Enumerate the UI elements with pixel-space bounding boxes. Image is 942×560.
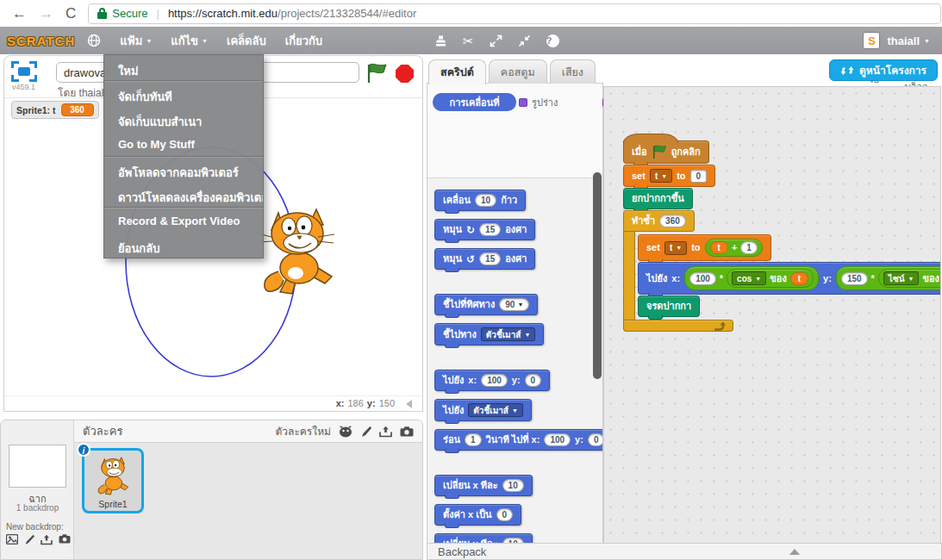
tab-inactive[interactable]: เสียง: [550, 59, 596, 84]
value-slot[interactable]: 0: [690, 170, 708, 183]
upload-backdrop-icon[interactable]: [41, 534, 53, 545]
file-menu-item[interactable]: Record & Export Video: [104, 208, 263, 233]
number-dropdown-slot[interactable]: 90▼: [499, 298, 529, 311]
file-menu-item[interactable]: ย้อนกลับ: [104, 233, 263, 258]
number-slot[interactable]: 100: [689, 272, 716, 285]
stack-block[interactable]: เปลี่ยน x ทีละ10: [434, 475, 533, 496]
hat-block[interactable]: เมื่อถูกคลิก: [623, 140, 709, 164]
mystuff-icon[interactable]: S: [863, 32, 880, 49]
menu-edit[interactable]: แก้ไข▼: [171, 32, 208, 50]
file-menu-item[interactable]: จัดเก็บแบบสำเนา: [104, 106, 263, 131]
reload-icon[interactable]: C: [66, 6, 76, 21]
stop-button[interactable]: [396, 65, 414, 83]
stack-block[interactable]: จรดปากกา: [638, 296, 700, 317]
variable-reporter[interactable]: t: [790, 272, 808, 285]
tab-inactive[interactable]: คอสตูม: [489, 59, 547, 84]
scratch-logo[interactable]: SCRATCH: [7, 34, 75, 48]
menu-about[interactable]: เกี่ยวกับ: [285, 32, 322, 50]
stack-block[interactable]: หมุน↺15องศา: [434, 248, 535, 270]
stage-thumbnail[interactable]: [9, 445, 66, 488]
camera-sprite-icon[interactable]: [400, 426, 414, 437]
category-item[interactable]: การเคลื่อนที่: [433, 93, 516, 111]
stack-block[interactable]: ไปยังx:100y:0: [434, 370, 550, 391]
number-slot[interactable]: 0: [525, 374, 542, 387]
sprite-item-sprite1[interactable]: i Sprite1: [82, 448, 144, 513]
sprite-info-icon[interactable]: i: [77, 443, 90, 457]
variable-dropdown[interactable]: t▼: [650, 169, 672, 183]
cat-sprite[interactable]: [253, 204, 342, 297]
url-bar[interactable]: Secure | https://scratch.mit.edu /projec…: [88, 3, 941, 24]
operator-reporter[interactable]: 100*cos▼ของt: [684, 266, 819, 290]
stack-block[interactable]: ตั้งค่า x เป็น0: [434, 504, 521, 526]
forward-icon[interactable]: →: [39, 6, 53, 21]
script-area[interactable]: เมื่อถูกคลิกsett▼to0ยกปากกาขึ้นทำซ้ำ360s…: [603, 86, 941, 544]
operator-reporter[interactable]: ไซน์▼ของt: [878, 269, 941, 288]
account-menu[interactable]: thaiall▼: [887, 34, 930, 47]
stack-block[interactable]: ร่อน1วินาที ไปที่ x:100y:0: [434, 429, 602, 451]
c-block-footer: [623, 320, 733, 332]
variable-watcher[interactable]: Sprite1: t 360: [11, 101, 99, 119]
stack-block[interactable]: sett▼tot+1: [638, 234, 771, 261]
green-flag-button[interactable]: [365, 63, 388, 87]
see-project-page-button[interactable]: ดูหน้าโครงการ: [829, 59, 938, 81]
shrink-sprite-icon[interactable]: [518, 34, 531, 47]
grow-sprite-icon[interactable]: [490, 34, 502, 47]
file-menu-item[interactable]: จัดเก็บทันที: [104, 81, 263, 106]
number-slot[interactable]: 360: [659, 215, 686, 227]
block-repeat-header[interactable]: ทำซ้ำ360: [623, 210, 695, 232]
tab-scripts-active[interactable]: สคริปต์: [428, 59, 486, 84]
language-globe-icon[interactable]: [87, 34, 101, 47]
variable-reporter[interactable]: t: [710, 241, 728, 254]
stack-block[interactable]: sett▼to0: [623, 165, 715, 187]
dropdown-slot[interactable]: ตัวชี้เมาส์▼: [468, 403, 523, 417]
number-slot[interactable]: 1: [465, 433, 482, 446]
paint-backdrop-icon[interactable]: [24, 534, 34, 545]
number-slot[interactable]: 150: [841, 272, 868, 285]
dropdown-slot[interactable]: cos▼: [732, 271, 766, 285]
number-slot[interactable]: 1: [740, 241, 758, 254]
block-help-icon[interactable]: ?: [546, 34, 559, 47]
stack-block[interactable]: ไปยังตัวชี้เมาส์▼: [434, 399, 532, 421]
dropdown-slot[interactable]: ไซน์▼: [883, 271, 920, 285]
menu-tips[interactable]: เคล็ดลับ: [227, 32, 266, 50]
number-slot[interactable]: 100: [481, 374, 508, 387]
stack-block[interactable]: ไปยังx:100*cos▼ของty:150*ไซน์▼ของt: [638, 262, 941, 295]
file-menu-item[interactable]: ดาวน์โหลดลงเครื่องคอมพิวเตอร์: [104, 182, 263, 207]
number-slot[interactable]: 0: [496, 508, 514, 521]
file-menu-item[interactable]: Go to My Stuff: [104, 131, 263, 156]
number-slot[interactable]: 10: [502, 479, 524, 492]
number-slot[interactable]: 10: [475, 194, 496, 207]
sprite-from-library-icon[interactable]: [339, 426, 352, 438]
stack-block[interactable]: ยกปากกาขึ้น: [623, 188, 693, 209]
stack-block[interactable]: เคลื่อน10ก้าว: [434, 190, 526, 211]
category-item[interactable]: รูปร่าง: [516, 93, 600, 111]
number-slot[interactable]: 15: [479, 223, 501, 236]
paint-sprite-icon[interactable]: [360, 426, 371, 438]
stack-block[interactable]: ชี้ไปที่ทิศทาง90▼: [434, 294, 538, 315]
operator-reporter[interactable]: cos▼ของt: [727, 269, 814, 288]
presentation-mode-icon[interactable]: [11, 61, 37, 82]
stack-block[interactable]: หมุน↻15องศา: [434, 219, 535, 240]
file-menu-item[interactable]: อัพโหลดจากคอมพิวเตอร์: [104, 157, 263, 182]
delete-scissors-icon[interactable]: ✂: [463, 34, 474, 47]
camera-backdrop-icon[interactable]: [59, 534, 71, 545]
operator-reporter[interactable]: t+1: [705, 239, 763, 257]
duplicate-stamp-icon[interactable]: [434, 34, 447, 47]
backdrop-from-library-icon[interactable]: [6, 534, 18, 545]
number-slot[interactable]: 0: [588, 433, 602, 446]
operator-reporter[interactable]: 150*ไซน์▼ของt: [836, 266, 941, 290]
c-block-repeat[interactable]: ทำซ้ำ360sett▼tot+1ไปยังx:100*cos▼ของty:1…: [623, 210, 941, 332]
menu-file[interactable]: แฟ้ม▼: [120, 32, 152, 50]
number-slot[interactable]: 15: [479, 252, 501, 265]
back-icon[interactable]: ←: [12, 6, 27, 21]
collapse-stage-icon[interactable]: [406, 400, 412, 408]
dropdown-slot[interactable]: ตัวชี้เมาส์▼: [481, 327, 536, 341]
file-menu-item[interactable]: ใหม่: [104, 55, 263, 80]
variable-dropdown[interactable]: t▼: [664, 241, 687, 255]
palette-scrollbar[interactable]: [593, 172, 602, 379]
backpack-bar[interactable]: Backpack: [427, 543, 942, 560]
stack-block[interactable]: ชี้ไปทางตัวชี้เมาส์▼: [434, 323, 544, 345]
upload-sprite-icon[interactable]: [379, 426, 392, 438]
backpack-expand-icon[interactable]: [789, 549, 800, 555]
number-slot[interactable]: 100: [544, 433, 571, 446]
